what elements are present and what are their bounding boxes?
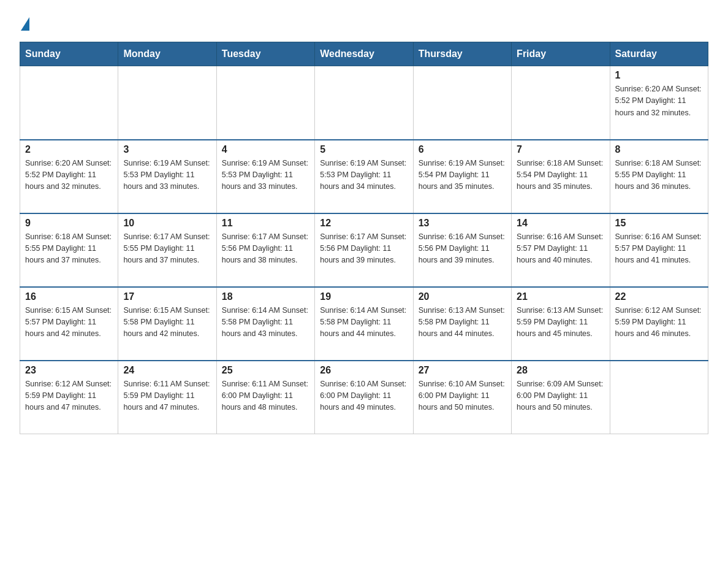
day-info: Sunrise: 6:16 AM Sunset: 5:57 PM Dayligh… — [517, 231, 604, 267]
calendar-week-row: 2Sunrise: 6:20 AM Sunset: 5:52 PM Daylig… — [20, 140, 708, 213]
day-info: Sunrise: 6:11 AM Sunset: 5:59 PM Dayligh… — [123, 378, 211, 414]
day-info: Sunrise: 6:20 AM Sunset: 5:52 PM Dayligh… — [615, 83, 703, 119]
day-info: Sunrise: 6:18 AM Sunset: 5:54 PM Dayligh… — [517, 158, 604, 193]
calendar-cell: 8Sunrise: 6:18 AM Sunset: 5:55 PM Daylig… — [610, 140, 708, 213]
calendar-cell: 19Sunrise: 6:14 AM Sunset: 5:58 PM Dayli… — [315, 287, 413, 361]
day-info: Sunrise: 6:10 AM Sunset: 6:00 PM Dayligh… — [419, 378, 506, 414]
day-number: 2 — [25, 144, 113, 155]
day-info: Sunrise: 6:20 AM Sunset: 5:52 PM Dayligh… — [25, 158, 113, 193]
day-info: Sunrise: 6:17 AM Sunset: 5:56 PM Dayligh… — [320, 231, 408, 267]
calendar-cell: 12Sunrise: 6:17 AM Sunset: 5:56 PM Dayli… — [315, 213, 413, 287]
calendar-cell: 10Sunrise: 6:17 AM Sunset: 5:55 PM Dayli… — [118, 213, 216, 287]
calendar-cell: 23Sunrise: 6:12 AM Sunset: 5:59 PM Dayli… — [20, 361, 118, 434]
calendar-cell — [118, 66, 216, 140]
calendar-week-row: 1Sunrise: 6:20 AM Sunset: 5:52 PM Daylig… — [20, 66, 708, 140]
day-info: Sunrise: 6:17 AM Sunset: 5:56 PM Dayligh… — [222, 231, 309, 267]
day-info: Sunrise: 6:19 AM Sunset: 5:54 PM Dayligh… — [419, 158, 506, 193]
day-number: 4 — [222, 144, 309, 155]
weekday-header-tuesday: Tuesday — [216, 42, 314, 66]
weekday-header-monday: Monday — [118, 42, 216, 66]
day-number: 13 — [419, 218, 506, 229]
day-number: 27 — [419, 365, 506, 376]
day-info: Sunrise: 6:13 AM Sunset: 5:59 PM Dayligh… — [517, 305, 604, 340]
day-number: 26 — [320, 365, 408, 376]
calendar-cell: 21Sunrise: 6:13 AM Sunset: 5:59 PM Dayli… — [512, 287, 610, 361]
day-info: Sunrise: 6:19 AM Sunset: 5:53 PM Dayligh… — [123, 158, 211, 193]
day-info: Sunrise: 6:14 AM Sunset: 5:58 PM Dayligh… — [320, 305, 408, 340]
day-info: Sunrise: 6:12 AM Sunset: 5:59 PM Dayligh… — [615, 305, 703, 340]
day-info: Sunrise: 6:15 AM Sunset: 5:58 PM Dayligh… — [123, 305, 211, 340]
calendar-cell: 4Sunrise: 6:19 AM Sunset: 5:53 PM Daylig… — [216, 140, 314, 213]
weekday-header-wednesday: Wednesday — [315, 42, 413, 66]
page-header — [20, 15, 708, 31]
day-number: 23 — [25, 365, 113, 376]
day-info: Sunrise: 6:17 AM Sunset: 5:55 PM Dayligh… — [123, 231, 211, 267]
day-number: 24 — [123, 365, 211, 376]
calendar-cell: 17Sunrise: 6:15 AM Sunset: 5:58 PM Dayli… — [118, 287, 216, 361]
calendar-cell: 9Sunrise: 6:18 AM Sunset: 5:55 PM Daylig… — [20, 213, 118, 287]
day-number: 25 — [222, 365, 309, 376]
day-number: 12 — [320, 218, 408, 229]
calendar-cell: 2Sunrise: 6:20 AM Sunset: 5:52 PM Daylig… — [20, 140, 118, 213]
day-info: Sunrise: 6:09 AM Sunset: 6:00 PM Dayligh… — [517, 378, 604, 414]
day-number: 7 — [517, 144, 604, 155]
calendar-header-row: SundayMondayTuesdayWednesdayThursdayFrid… — [20, 42, 708, 66]
day-number: 1 — [615, 70, 703, 81]
day-info: Sunrise: 6:18 AM Sunset: 5:55 PM Dayligh… — [25, 231, 113, 267]
weekday-header-saturday: Saturday — [610, 42, 708, 66]
day-number: 16 — [25, 291, 113, 302]
calendar-cell: 7Sunrise: 6:18 AM Sunset: 5:54 PM Daylig… — [512, 140, 610, 213]
calendar-cell: 6Sunrise: 6:19 AM Sunset: 5:54 PM Daylig… — [413, 140, 511, 213]
day-info: Sunrise: 6:11 AM Sunset: 6:00 PM Dayligh… — [222, 378, 309, 414]
calendar-table: SundayMondayTuesdayWednesdayThursdayFrid… — [20, 42, 708, 434]
day-number: 9 — [25, 218, 113, 229]
day-info: Sunrise: 6:19 AM Sunset: 5:53 PM Dayligh… — [222, 158, 309, 193]
day-number: 14 — [517, 218, 604, 229]
calendar-cell: 27Sunrise: 6:10 AM Sunset: 6:00 PM Dayli… — [413, 361, 511, 434]
calendar-cell: 28Sunrise: 6:09 AM Sunset: 6:00 PM Dayli… — [512, 361, 610, 434]
calendar-cell: 20Sunrise: 6:13 AM Sunset: 5:58 PM Dayli… — [413, 287, 511, 361]
day-number: 17 — [123, 291, 211, 302]
day-info: Sunrise: 6:19 AM Sunset: 5:53 PM Dayligh… — [320, 158, 408, 193]
calendar-week-row: 23Sunrise: 6:12 AM Sunset: 5:59 PM Dayli… — [20, 361, 708, 434]
calendar-cell: 24Sunrise: 6:11 AM Sunset: 5:59 PM Dayli… — [118, 361, 216, 434]
weekday-header-friday: Friday — [512, 42, 610, 66]
logo-triangle-icon — [21, 17, 29, 31]
day-info: Sunrise: 6:10 AM Sunset: 6:00 PM Dayligh… — [320, 378, 408, 414]
calendar-cell: 25Sunrise: 6:11 AM Sunset: 6:00 PM Dayli… — [216, 361, 314, 434]
calendar-cell: 13Sunrise: 6:16 AM Sunset: 5:56 PM Dayli… — [413, 213, 511, 287]
day-number: 20 — [419, 291, 506, 302]
day-number: 8 — [615, 144, 703, 155]
day-info: Sunrise: 6:14 AM Sunset: 5:58 PM Dayligh… — [222, 305, 309, 340]
calendar-cell: 22Sunrise: 6:12 AM Sunset: 5:59 PM Dayli… — [610, 287, 708, 361]
day-info: Sunrise: 6:16 AM Sunset: 5:57 PM Dayligh… — [615, 231, 703, 267]
calendar-cell: 18Sunrise: 6:14 AM Sunset: 5:58 PM Dayli… — [216, 287, 314, 361]
day-number: 5 — [320, 144, 408, 155]
calendar-cell: 1Sunrise: 6:20 AM Sunset: 5:52 PM Daylig… — [610, 66, 708, 140]
calendar-cell — [20, 66, 118, 140]
calendar-cell: 5Sunrise: 6:19 AM Sunset: 5:53 PM Daylig… — [315, 140, 413, 213]
day-number: 6 — [419, 144, 506, 155]
day-info: Sunrise: 6:15 AM Sunset: 5:57 PM Dayligh… — [25, 305, 113, 340]
day-number: 10 — [123, 218, 211, 229]
weekday-header-thursday: Thursday — [413, 42, 511, 66]
calendar-cell — [413, 66, 511, 140]
day-number: 22 — [615, 291, 703, 302]
calendar-cell — [315, 66, 413, 140]
day-info: Sunrise: 6:18 AM Sunset: 5:55 PM Dayligh… — [615, 158, 703, 193]
day-info: Sunrise: 6:16 AM Sunset: 5:56 PM Dayligh… — [419, 231, 506, 267]
weekday-header-sunday: Sunday — [20, 42, 118, 66]
calendar-week-row: 9Sunrise: 6:18 AM Sunset: 5:55 PM Daylig… — [20, 213, 708, 287]
day-number: 28 — [517, 365, 604, 376]
calendar-cell: 3Sunrise: 6:19 AM Sunset: 5:53 PM Daylig… — [118, 140, 216, 213]
day-number: 19 — [320, 291, 408, 302]
day-number: 15 — [615, 218, 703, 229]
calendar-cell — [512, 66, 610, 140]
day-number: 11 — [222, 218, 309, 229]
calendar-week-row: 16Sunrise: 6:15 AM Sunset: 5:57 PM Dayli… — [20, 287, 708, 361]
day-info: Sunrise: 6:13 AM Sunset: 5:58 PM Dayligh… — [419, 305, 506, 340]
day-number: 18 — [222, 291, 309, 302]
calendar-cell: 11Sunrise: 6:17 AM Sunset: 5:56 PM Dayli… — [216, 213, 314, 287]
calendar-cell: 15Sunrise: 6:16 AM Sunset: 5:57 PM Dayli… — [610, 213, 708, 287]
calendar-cell: 26Sunrise: 6:10 AM Sunset: 6:00 PM Dayli… — [315, 361, 413, 434]
